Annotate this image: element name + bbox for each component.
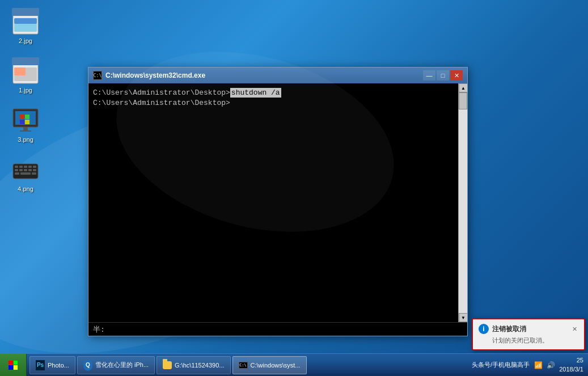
taskbar-item-folder[interactable]: G:\hc\11524390... bbox=[156, 356, 230, 374]
taskbar-right: 头条号/手机电脑高手 📶 🔊 25 2018/3/1 bbox=[467, 354, 588, 376]
cmd-prompt-2: C:\Users\Administrator\Desktop> bbox=[93, 99, 230, 107]
cmd-title-text: C:\windows\system32\cmd.exe bbox=[105, 71, 205, 79]
svg-rect-1 bbox=[12, 8, 39, 16]
taskbar-item-folder-label: G:\hc\11524390... bbox=[175, 362, 224, 369]
clock-time: 25 bbox=[559, 356, 583, 365]
cmd-body: C:\Users\Administrator\Desktop>shutdown … bbox=[88, 83, 467, 322]
icon-1jpg-image bbox=[12, 57, 39, 85]
taskbar-item-qq[interactable]: Q 雪化在心里的 iPh... bbox=[77, 356, 155, 374]
svg-rect-23 bbox=[19, 169, 23, 171]
photoshop-icon: Ps bbox=[36, 361, 45, 370]
qq-icon: Q bbox=[83, 361, 92, 370]
cmd-line-1: C:\Users\Administrator\Desktop>shutdown … bbox=[93, 88, 454, 98]
desktop-icon-3png[interactable]: 3.png bbox=[6, 104, 45, 145]
svg-rect-18 bbox=[19, 166, 23, 168]
desktop-icons: 2.jpg 1.jpg bbox=[6, 6, 45, 195]
tray-icon-network[interactable]: 📶 bbox=[533, 360, 543, 370]
svg-rect-10 bbox=[23, 127, 28, 130]
svg-rect-27 bbox=[15, 172, 19, 175]
svg-rect-24 bbox=[24, 169, 27, 171]
icon-4png-image bbox=[12, 156, 39, 183]
svg-rect-15 bbox=[25, 120, 29, 124]
icon-2jpg-label: 2.jpg bbox=[19, 37, 32, 44]
start-button[interactable] bbox=[0, 354, 27, 377]
cmd-taskbar-icon: C:\ bbox=[239, 361, 248, 370]
system-clock[interactable]: 25 2018/3/1 bbox=[559, 356, 583, 374]
svg-rect-26 bbox=[33, 169, 36, 171]
svg-rect-17 bbox=[15, 166, 18, 168]
cmd-title-icon: C:\ bbox=[93, 71, 102, 80]
cmd-command-1: shutdown /a bbox=[230, 88, 281, 98]
notification-close-button[interactable]: ✕ bbox=[571, 326, 578, 333]
svg-rect-29 bbox=[32, 172, 36, 175]
cmd-close-button[interactable]: ✕ bbox=[450, 70, 463, 81]
svg-rect-12 bbox=[20, 115, 24, 119]
icon-1jpg-label: 1.jpg bbox=[19, 87, 32, 94]
notification-header: i 注销被取消 ✕ bbox=[479, 324, 578, 334]
cmd-bottom-bar: 半: bbox=[88, 322, 467, 336]
svg-rect-21 bbox=[33, 166, 36, 168]
cmd-prompt-1: C:\Users\Administrator\Desktop> bbox=[93, 88, 230, 97]
svg-rect-22 bbox=[15, 169, 18, 171]
cmd-titlebar-left: C:\ C:\windows\system32\cmd.exe bbox=[93, 71, 205, 80]
notification-title: 注销被取消 bbox=[492, 324, 568, 334]
svg-rect-14 bbox=[20, 120, 24, 124]
cmd-line-2: C:\Users\Administrator\Desktop> bbox=[93, 99, 454, 107]
taskbar-item-qq-label: 雪化在心里的 iPh... bbox=[95, 361, 149, 369]
taskbar: Ps Photo... Q 雪化在心里的 iPh... G:\hc\115243… bbox=[0, 353, 588, 376]
icon-3png-image bbox=[12, 107, 39, 134]
taskbar-item-photoshop-label: Photo... bbox=[48, 362, 69, 369]
desktop-icon-4png[interactable]: 4.png bbox=[6, 154, 45, 195]
cmd-bottom-text: 半: bbox=[93, 324, 105, 335]
scrollbar-down-button[interactable]: ▼ bbox=[459, 313, 467, 322]
taskbar-item-photoshop[interactable]: Ps Photo... bbox=[29, 356, 75, 374]
svg-rect-7 bbox=[14, 67, 26, 75]
taskbar-item-cmd[interactable]: C:\ C:\windows\syst... bbox=[232, 356, 307, 374]
cmd-window: C:\ C:\windows\system32\cmd.exe — □ ✕ C:… bbox=[88, 67, 468, 336]
windows-logo-icon bbox=[9, 361, 18, 370]
svg-rect-3 bbox=[14, 18, 37, 24]
scrollbar-track bbox=[459, 92, 467, 313]
scrollbar-thumb[interactable] bbox=[459, 92, 467, 109]
tray-icon-volume[interactable]: 🔊 bbox=[545, 360, 556, 370]
cmd-scrollbar[interactable]: ▲ ▼ bbox=[458, 83, 467, 322]
svg-rect-11 bbox=[20, 130, 31, 132]
desktop: 2.jpg 1.jpg bbox=[0, 0, 588, 376]
cmd-minimize-button[interactable]: — bbox=[423, 70, 435, 81]
svg-rect-25 bbox=[28, 169, 32, 171]
notification-popup: i 注销被取消 ✕ 计划的关闭已取消。 bbox=[472, 318, 585, 350]
cmd-maximize-button[interactable]: □ bbox=[437, 70, 449, 81]
cmd-content[interactable]: C:\Users\Administrator\Desktop>shutdown … bbox=[88, 83, 458, 322]
taskbar-item-cmd-label: C:\windows\syst... bbox=[251, 362, 301, 369]
cmd-titlebar: C:\ C:\windows\system32\cmd.exe — □ ✕ bbox=[88, 67, 467, 83]
cmd-controls: — □ ✕ bbox=[423, 70, 463, 81]
desktop-icon-1jpg[interactable]: 1.jpg bbox=[6, 55, 45, 96]
scrollbar-up-button[interactable]: ▲ bbox=[459, 83, 467, 92]
icon-3png-label: 3.png bbox=[18, 136, 33, 143]
svg-rect-20 bbox=[28, 166, 32, 168]
svg-rect-5 bbox=[12, 57, 39, 65]
taskbar-items: Ps Photo... Q 雪化在心里的 iPh... G:\hc\115243… bbox=[27, 354, 467, 376]
tray-icons: 📶 🔊 bbox=[533, 360, 556, 370]
notification-icon: i bbox=[479, 324, 489, 334]
folder-icon bbox=[163, 361, 172, 370]
desktop-icon-2jpg[interactable]: 2.jpg bbox=[6, 6, 45, 47]
icon-4png-label: 4.png bbox=[18, 185, 33, 192]
svg-rect-19 bbox=[24, 166, 27, 168]
svg-rect-13 bbox=[25, 115, 29, 119]
icon-2jpg-image bbox=[12, 8, 39, 35]
svg-rect-28 bbox=[20, 172, 31, 175]
notification-body: 计划的关闭已取消。 bbox=[479, 336, 578, 345]
tray-text: 头条号/手机电脑高手 bbox=[472, 361, 530, 369]
clock-date: 2018/3/1 bbox=[559, 365, 583, 374]
